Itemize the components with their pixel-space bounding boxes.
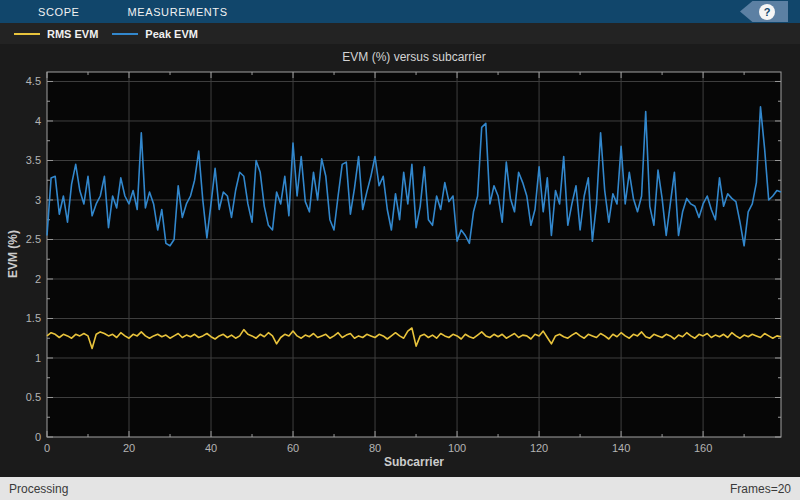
rms-evm-legend-label: RMS EVM [47,28,98,40]
peak-evm-legend-label: Peak EVM [145,28,198,40]
x-axis-label: Subcarrier [47,455,781,469]
help-icon: ? [759,4,775,20]
tick-label: 40 [205,442,217,454]
tab-measurements[interactable]: MEASUREMENTS [118,0,238,23]
tick-label: 0.5 [26,391,41,403]
tick-label: 4.5 [26,75,41,87]
plot-region: 02040608010012014016000.511.522.533.544.… [0,44,800,477]
tick-label: 3 [35,194,41,206]
tick-label: 140 [612,442,630,454]
tick-label: 0 [44,442,50,454]
tick-label: 160 [694,442,712,454]
tick-label: 1.5 [26,312,41,324]
tab-scope[interactable]: SCOPE [28,0,90,23]
tick-label: 60 [287,442,299,454]
tick-label: 0 [35,431,41,443]
status-frames: Frames=20 [730,482,791,496]
tick-label: 1 [35,352,41,364]
chart-title: EVM (%) versus subcarrier [47,50,781,64]
status-bar: Processing Frames=20 [0,477,800,500]
rms-evm-line-swatch [14,33,40,35]
tick-label: 4 [35,115,41,127]
evm-chart-canvas: 02040608010012014016000.511.522.533.544.… [0,44,800,477]
toolbar: SCOPE MEASUREMENTS ? [0,0,800,23]
tick-label: 2.5 [26,233,41,245]
status-processing: Processing [9,482,68,496]
help-button[interactable]: ? [740,1,788,22]
peak-evm-line-swatch [112,33,138,35]
tick-label: 3.5 [26,154,41,166]
tick-label: 2 [35,273,41,285]
legend-item-peak-evm: Peak EVM [112,28,198,40]
tick-label: 120 [530,442,548,454]
tick-label: 80 [369,442,381,454]
y-axis-label: EVM (%) [6,230,20,278]
legend-item-rms-evm: RMS EVM [14,28,98,40]
legend-bar: RMS EVM Peak EVM [0,23,800,44]
tick-label: 20 [123,442,135,454]
tick-label: 100 [448,442,466,454]
